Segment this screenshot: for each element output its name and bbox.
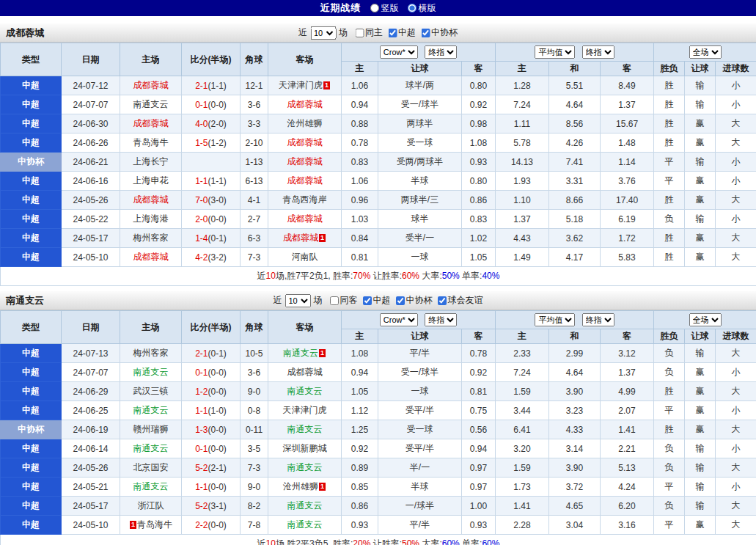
away-win-odds: 2.07	[601, 401, 654, 420]
filter-checkbox[interactable]: 中协杯	[396, 294, 433, 307]
match-count-select[interactable]: 10	[310, 26, 336, 40]
date-cell: 24-05-10	[62, 516, 120, 535]
col-handicap-home: 主	[342, 62, 378, 76]
handicap-away-odds: 0.94	[462, 439, 496, 458]
handicap-away-odds: 0.98	[462, 114, 496, 133]
handicap-line: 半/一	[378, 458, 462, 478]
filter-checkbox[interactable]: 中协杯	[421, 26, 458, 39]
away-win-odds: 3.12	[601, 344, 654, 363]
col-date: 日期	[62, 43, 120, 76]
bookmaker-select[interactable]: Crow*	[380, 313, 418, 326]
section-header: 南通支云 近 10 场 同客 中超	[0, 291, 756, 310]
col-handicap-away: 客	[462, 329, 496, 344]
handicap-time-select[interactable]: 终指	[425, 45, 457, 59]
away-team-cell: 成都蓉城	[268, 95, 342, 114]
result-cell: 平	[654, 401, 685, 420]
filter-checkbox-input[interactable]	[396, 296, 405, 305]
scope-select[interactable]: 全场	[689, 45, 722, 59]
filter-checkbox-input[interactable]	[421, 29, 430, 37]
filter-checkbox[interactable]: 同主	[355, 26, 383, 39]
handicap-line: 两球半/三	[378, 191, 462, 210]
scope-select[interactable]: 全场	[689, 313, 722, 326]
layout-radio[interactable]: 竖版	[370, 2, 399, 15]
home-team-name: 上海海港	[133, 213, 169, 224]
filter-checkbox-input[interactable]	[388, 29, 397, 37]
draw-odds: 3.31	[549, 172, 601, 191]
filter-checkbox[interactable]: 中超	[388, 26, 416, 39]
filter-checkbox[interactable]: 同客	[330, 294, 358, 307]
odds-select-cell: 平均值 终指	[496, 311, 654, 329]
summary-row: 近10场,胜7平2负1, 胜率:70% 让胜率:60% 大率:50% 单率:40…	[1, 267, 756, 286]
away-team-name: 成都蓉城	[283, 233, 318, 243]
match-count-select[interactable]: 10	[285, 294, 311, 307]
handicap-home-odds: 0.86	[342, 497, 378, 516]
handicap-line: 受平/半	[378, 401, 462, 420]
cover-cell: 输	[685, 95, 716, 114]
filter-checkbox[interactable]: 中超	[363, 294, 391, 307]
handicap-line: 平/半	[378, 516, 462, 535]
filter-checkbox[interactable]: 球会友谊	[438, 294, 483, 307]
odds-time-select[interactable]: 终指	[582, 313, 614, 326]
near-label: 近	[298, 26, 307, 39]
layout-radio[interactable]: 横版	[408, 2, 436, 15]
result-cell: 平	[654, 153, 685, 172]
handicap-home-odds: 0.88	[342, 114, 378, 133]
summary-text: 近10场,胜7平2负1, 胜率:70% 让胜率:60% 大率:50% 单率:40…	[1, 267, 756, 286]
date-cell: 24-06-26	[62, 133, 120, 153]
handicap-home-odds: 1.08	[342, 344, 378, 363]
fulltime-score: 0-1	[195, 444, 208, 454]
result-cell: 胜	[654, 133, 685, 153]
bookmaker-select[interactable]: Crow*	[380, 45, 418, 59]
filter-checkbox-label: 同主	[365, 26, 383, 39]
section-header: 成都蓉城 近 10 场 同主 中超	[0, 23, 756, 43]
score-cell	[182, 153, 241, 172]
home-team-name: 浙江队	[138, 500, 164, 511]
home-team-cell: 1青岛海牛	[120, 516, 182, 535]
red-card-badge: 1	[319, 234, 326, 242]
cover-cell: 输	[685, 497, 716, 516]
layout-radio-input[interactable]	[408, 4, 416, 12]
handicap-line: 半球	[378, 172, 462, 191]
cover-cell: 输	[685, 153, 716, 172]
handicap-home-odds: 0.96	[342, 191, 378, 210]
corner-cell: 10-5	[241, 344, 268, 363]
handicap-line: 平/半	[378, 344, 462, 363]
average-select[interactable]: 平均值	[535, 45, 575, 59]
draw-odds: 3.23	[549, 401, 601, 420]
draw-odds: 4.33	[549, 420, 601, 439]
away-win-odds: 8.49	[601, 76, 654, 95]
filter-checkbox-input[interactable]	[355, 29, 364, 37]
league-cell: 中超	[1, 458, 62, 478]
home-team-name: 南通支云	[133, 367, 169, 377]
layout-radio-input[interactable]	[370, 4, 379, 12]
team-name: 成都蓉城	[6, 26, 44, 40]
handicap-home-odds: 1.06	[342, 76, 378, 95]
odds-time-select[interactable]: 终指	[582, 45, 614, 59]
filter-checkbox-input[interactable]	[438, 296, 447, 305]
away-win-odds: 4.24	[601, 478, 654, 497]
draw-odds: 4.64	[549, 95, 601, 114]
average-select[interactable]: 平均值	[535, 313, 575, 326]
handicap-home-odds: 0.93	[342, 516, 378, 535]
league-cell: 中超	[1, 133, 62, 153]
away-win-odds: 3.76	[601, 172, 654, 191]
handicap-away-odds: 1.05	[462, 248, 496, 267]
corner-cell: 9-0	[241, 382, 268, 401]
away-team-cell: 天津津门虎	[268, 401, 342, 420]
away-team-cell: 南通支云	[268, 497, 342, 516]
handicap-away-odds: 0.56	[462, 420, 496, 439]
match-row: 中超 24-06-29 武汉三镇 1-2(0-0) 9-0 南通支云 1.05 …	[1, 382, 756, 401]
handicap-home-odds: 0.92	[342, 439, 378, 458]
cover-cell: 赢	[685, 401, 716, 420]
handicap-time-select[interactable]: 终指	[425, 313, 457, 326]
filter-checkbox-label: 中协杯	[406, 294, 433, 307]
halftime-score: (1-1)	[208, 81, 227, 91]
filter-checkbox-input[interactable]	[363, 296, 372, 305]
fulltime-score: 5-2	[195, 501, 208, 511]
date-cell: 24-05-17	[62, 497, 120, 516]
filter-checkbox-input[interactable]	[330, 296, 339, 305]
home-team-cell: 浙江队	[120, 497, 182, 516]
handicap-away-odds: 0.80	[462, 76, 496, 95]
result-cell: 负	[654, 497, 685, 516]
score-cell: 4-0(2-0)	[182, 114, 241, 133]
